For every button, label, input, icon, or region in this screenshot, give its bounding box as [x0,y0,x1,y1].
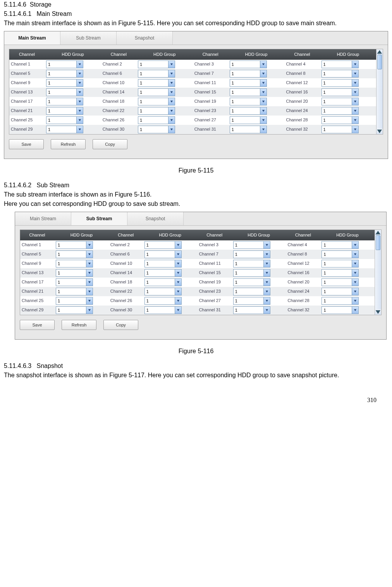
table-row: Channel 211Channel 221Channel 231Channel… [20,287,375,296]
hdd-group-select[interactable]: 1 [322,116,359,124]
svg-marker-52 [265,281,268,283]
hdd-group-select[interactable]: 1 [322,260,359,268]
svg-marker-14 [262,91,265,93]
chevron-down-icon [86,279,93,286]
scrollbar-thumb[interactable] [376,235,380,250]
hdd-group-select[interactable]: 1 [144,306,182,314]
scrollbar-thumb[interactable] [377,55,382,69]
tab-main-stream[interactable]: Main Stream [15,212,71,225]
hdd-group-select[interactable]: 1 [322,107,359,115]
hdd-group-select[interactable]: 1 [322,60,359,68]
channel-label: Channel 24 [286,287,320,296]
hdd-group-select[interactable]: 1 [138,126,175,133]
save-button[interactable]: Save [20,320,55,330]
hdd-group-select[interactable]: 1 [56,250,93,258]
tab-snapshot[interactable]: Snapshot [117,31,173,45]
hdd-group-select[interactable]: 1 [233,250,270,258]
hdd-group-select[interactable]: 1 [138,60,175,68]
hdd-group-select[interactable]: 1 [138,88,175,96]
hdd-group-select[interactable]: 1 [230,107,267,115]
select-value: 1 [145,288,175,295]
svg-marker-39 [177,253,179,255]
hdd-group-select[interactable]: 1 [56,297,93,305]
svg-marker-18 [262,100,265,102]
channel-label: Channel 10 [109,259,143,268]
hdd-group-select[interactable]: 1 [233,297,270,305]
hdd-group-select[interactable]: 1 [230,79,267,87]
hdd-group-select[interactable]: 1 [56,288,93,295]
tab-sub-stream[interactable]: Sub Stream [60,31,117,45]
hdd-group-select[interactable]: 1 [144,260,182,268]
hdd-group-select[interactable]: 1 [56,260,93,268]
hdd-group-select[interactable]: 1 [322,297,359,305]
hdd-group-select[interactable]: 1 [322,306,359,314]
hdd-group-select[interactable]: 1 [46,70,83,78]
refresh-button[interactable]: Refresh [62,320,96,330]
copy-button[interactable]: Copy [93,139,127,150]
save-button[interactable]: Save [9,139,44,150]
tab-sub-stream[interactable]: Sub Stream [71,212,127,225]
hdd-group-select[interactable]: 1 [144,288,182,295]
hdd-group-select[interactable]: 1 [230,70,267,78]
hdd-group-select[interactable]: 1 [233,306,270,314]
hdd-group-select[interactable]: 1 [46,98,83,105]
channel-label: Channel 5 [9,69,45,78]
hdd-group-select[interactable]: 1 [46,79,83,87]
hdd-group-select[interactable]: 1 [230,98,267,105]
select-value: 1 [138,126,168,133]
hdd-group-select[interactable]: 1 [46,126,83,133]
hdd-group-select[interactable]: 1 [233,278,270,286]
vertical-scrollbar[interactable] [375,230,381,315]
hdd-group-select[interactable]: 1 [56,241,93,249]
table-row: Channel 11Channel 21Channel 31Channel 41 [20,240,375,250]
hdd-group-select[interactable]: 1 [144,250,182,258]
hdd-group-select[interactable]: 1 [138,107,175,115]
chevron-down-icon [263,269,270,276]
hdd-group-select[interactable]: 1 [230,126,267,133]
hdd-group-select[interactable]: 1 [46,88,83,96]
hdd-group-select[interactable]: 1 [46,116,83,124]
hdd-group-select[interactable]: 1 [144,297,182,305]
hdd-group-select[interactable]: 1 [56,306,93,314]
hdd-group-select[interactable]: 1 [322,98,359,105]
hdd-group-select[interactable]: 1 [322,278,359,286]
hdd-group-select[interactable]: 1 [230,116,267,124]
channel-label: Channel 18 [109,278,143,287]
hdd-group-select[interactable]: 1 [233,260,270,268]
hdd-group-select[interactable]: 1 [322,126,359,133]
refresh-button[interactable]: Refresh [51,139,86,150]
hdd-group-select[interactable]: 1 [322,88,359,96]
hdd-group-select[interactable]: 1 [144,241,182,249]
hdd-group-select[interactable]: 1 [138,98,175,105]
hdd-group-select[interactable]: 1 [138,70,175,78]
svg-marker-16 [79,100,81,102]
hdd-group-select[interactable]: 1 [322,241,359,249]
hdd-group-select[interactable]: 1 [56,278,93,286]
hdd-group-select[interactable]: 1 [46,107,83,115]
svg-marker-13 [170,91,173,93]
hdd-group-select[interactable]: 1 [144,278,182,286]
channel-label: Channel 18 [101,97,136,106]
hdd-group-select[interactable]: 1 [230,88,267,96]
hdd-group-select[interactable]: 1 [322,79,359,87]
hdd-group-select[interactable]: 1 [233,288,270,295]
hdd-group-select[interactable]: 1 [322,250,359,258]
hdd-group-select[interactable]: 1 [233,269,270,277]
vertical-scrollbar[interactable] [376,49,383,134]
heading-snap-num: 5.11.4.6.3 [4,363,31,369]
hdd-group-select[interactable]: 1 [233,241,270,249]
hdd-group-select[interactable]: 1 [138,79,175,87]
channel-label: Channel 19 [193,97,228,106]
copy-button[interactable]: Copy [103,320,138,330]
table-row: Channel 131Channel 141Channel 151Channel… [9,88,376,97]
tab-snapshot[interactable]: Snapshot [127,212,184,225]
tab-main-stream[interactable]: Main Stream [4,31,60,45]
hdd-group-select[interactable]: 1 [56,269,93,277]
hdd-group-select[interactable]: 1 [46,60,83,68]
hdd-group-select[interactable]: 1 [322,288,359,295]
hdd-group-select[interactable]: 1 [230,60,267,68]
hdd-group-select[interactable]: 1 [144,269,182,277]
hdd-group-select[interactable]: 1 [322,269,359,277]
hdd-group-select[interactable]: 1 [322,70,359,78]
hdd-group-select[interactable]: 1 [138,116,175,124]
